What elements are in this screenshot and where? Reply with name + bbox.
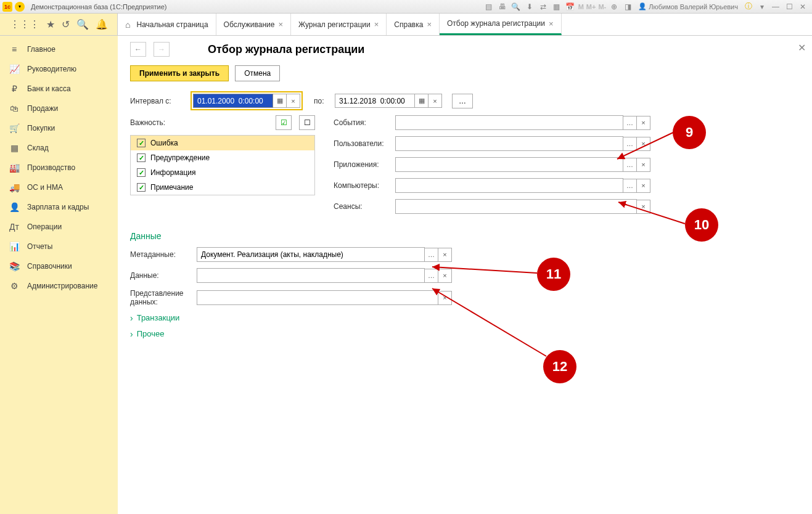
metadata-input[interactable]: Документ. Реализация (акты, накладные)	[197, 247, 425, 262]
sidebar-item-зарплата-и-кадры[interactable]: 👤Зарплата и кадры	[0, 197, 118, 217]
history-icon[interactable]: ↺	[62, 18, 70, 30]
search-icon[interactable]: 🔍	[76, 18, 89, 30]
tab-начальная-страница[interactable]: Начальная страница	[118, 14, 216, 35]
sidebar-label: Операции	[27, 222, 62, 231]
current-user[interactable]: 👤Любимов Валерий Юрьевич	[638, 2, 738, 10]
sidebar-item-отчеты[interactable]: 📊Отчеты	[0, 237, 118, 256]
repr-clear-icon[interactable]: ×	[438, 291, 452, 305]
sidebar-item-производство[interactable]: 🏭Производство	[0, 158, 118, 177]
metadata-label: Метаданные:	[130, 250, 197, 259]
info-icon[interactable]: ⓘ	[743, 1, 754, 12]
print-preview-icon[interactable]: ▤	[483, 1, 494, 12]
apply-close-button[interactable]: Применить и закрыть	[130, 65, 229, 81]
panel-icon[interactable]: ◨	[622, 1, 633, 12]
tab-close-icon[interactable]: ×	[374, 20, 379, 29]
importance-list: ✓Ошибка✓Предупреждение✓Информация✓Примеч…	[130, 135, 315, 195]
sidebar-label: ОС и НМА	[27, 183, 63, 192]
events-input[interactable]	[395, 115, 623, 130]
cancel-button[interactable]: Отмена	[235, 65, 280, 81]
tab-close-icon[interactable]: ×	[427, 20, 432, 29]
repr-input[interactable]	[197, 290, 438, 305]
other-expand[interactable]: Прочее	[130, 329, 800, 339]
interval-from-input[interactable]	[193, 94, 273, 108]
minimize-icon[interactable]: —	[770, 1, 781, 12]
interval-from-calendar-icon[interactable]: ▦	[273, 94, 287, 108]
checkbox-icon[interactable]: ✓	[137, 139, 146, 147]
sidebar-item-справочники[interactable]: 📚Справочники	[0, 256, 118, 276]
sidebar-item-главное[interactable]: ≡Главное	[0, 39, 118, 59]
interval-more-button[interactable]: …	[452, 94, 473, 108]
tab-журнал-регистрации[interactable]: Журнал регистрации×	[291, 14, 387, 35]
nav-back-button[interactable]: ←	[130, 42, 146, 57]
importance-row[interactable]: ✓Информация	[131, 165, 314, 180]
favorite-icon[interactable]: ★	[46, 18, 55, 30]
interval-to-calendar-icon[interactable]: ▦	[415, 94, 429, 108]
sidebar-item-покупки[interactable]: 🛒Покупки	[0, 118, 118, 138]
computers-select-icon[interactable]: …	[623, 179, 637, 193]
users-clear-icon[interactable]: ×	[637, 137, 650, 151]
interval-to-clear-icon[interactable]: ×	[429, 94, 442, 108]
data-input[interactable]	[197, 268, 425, 283]
computers-input[interactable]	[395, 178, 623, 193]
nav-forward-button[interactable]: →	[154, 42, 170, 57]
transactions-expand[interactable]: Транзакции	[130, 313, 800, 323]
data-clear-icon[interactable]: ×	[438, 269, 452, 283]
compare-icon[interactable]: ⇄	[538, 1, 549, 12]
sidebar-label: Продажи	[27, 104, 58, 113]
sidebar-item-склад[interactable]: ▦Склад	[0, 138, 118, 158]
sidebar-item-операции[interactable]: ДтОперации	[0, 217, 118, 237]
print-icon[interactable]: 🖶	[497, 1, 508, 12]
data-select-icon[interactable]: …	[425, 269, 438, 283]
sidebar-item-продажи[interactable]: 🛍Продажи	[0, 99, 118, 118]
tab-close-icon[interactable]: ×	[549, 19, 554, 28]
search-doc-icon[interactable]: 🔍	[511, 1, 522, 12]
sidebar-item-ос-и-нма[interactable]: 🚚ОС и НМА	[0, 177, 118, 197]
sidebar-item-банк-и-касса[interactable]: ₽Банк и касса	[0, 79, 118, 99]
download-icon[interactable]: ⬇	[524, 1, 535, 12]
checkbox-icon[interactable]: ✓	[137, 168, 146, 177]
bell-icon[interactable]: 🔔	[96, 18, 108, 30]
tab-close-icon[interactable]: ×	[278, 20, 283, 29]
importance-row[interactable]: ✓Примечание	[131, 180, 314, 195]
apps-select-icon[interactable]: …	[623, 158, 637, 172]
checkbox-icon[interactable]: ✓	[137, 153, 146, 162]
tab-отбор-журнала-регистрации[interactable]: Отбор журнала регистрации×	[440, 14, 562, 35]
computers-clear-icon[interactable]: ×	[637, 179, 650, 193]
calendar-icon[interactable]: 📅	[565, 1, 576, 12]
events-clear-icon[interactable]: ×	[637, 116, 650, 130]
calculator-icon[interactable]: ▦	[551, 1, 562, 12]
interval-to-input[interactable]	[335, 94, 415, 108]
memory-m[interactable]: M	[578, 3, 584, 10]
zoom-icon[interactable]: ⊕	[609, 1, 620, 12]
events-select-icon[interactable]: …	[623, 116, 637, 130]
sidebar-item-администрирование[interactable]: ⚙Администрирование	[0, 276, 118, 296]
importance-row[interactable]: ✓Предупреждение	[131, 150, 314, 165]
interval-from-clear-icon[interactable]: ×	[287, 94, 300, 108]
user-icon: 👤	[638, 2, 647, 10]
uncheck-all-button[interactable]: ☐	[299, 115, 315, 130]
sessions-clear-icon[interactable]: ×	[637, 200, 650, 214]
sidebar-item-руководителю[interactable]: 📈Руководителю	[0, 59, 118, 79]
maximize-icon[interactable]: ☐	[784, 1, 795, 12]
apps-clear-icon[interactable]: ×	[637, 158, 650, 172]
users-select-icon[interactable]: …	[623, 137, 637, 151]
info-drop-icon[interactable]: ▾	[757, 1, 768, 12]
importance-row[interactable]: ✓Ошибка	[131, 136, 314, 150]
memory-mplus[interactable]: M+	[586, 3, 596, 10]
sidebar-label: Отчеты	[27, 242, 52, 251]
metadata-select-icon[interactable]: …	[425, 248, 438, 262]
apps-icon[interactable]: ⋮⋮⋮	[10, 18, 39, 30]
tab-справка[interactable]: Справка×	[387, 14, 440, 35]
checkbox-icon[interactable]: ✓	[137, 183, 146, 192]
sidebar-icon: 👤	[9, 202, 20, 212]
tab-обслуживание[interactable]: Обслуживание×	[216, 14, 291, 35]
close-window-icon[interactable]: ✕	[797, 1, 808, 12]
sessions-input[interactable]	[395, 199, 637, 214]
apps-input[interactable]	[395, 157, 623, 172]
metadata-clear-icon[interactable]: ×	[438, 248, 452, 262]
check-all-button[interactable]: ☑	[276, 115, 292, 130]
memory-mminus[interactable]: M-	[598, 3, 606, 10]
users-input[interactable]	[395, 136, 623, 151]
close-page-icon[interactable]: ✕	[798, 42, 806, 54]
app-menu-dropdown[interactable]: ▾	[15, 2, 25, 12]
